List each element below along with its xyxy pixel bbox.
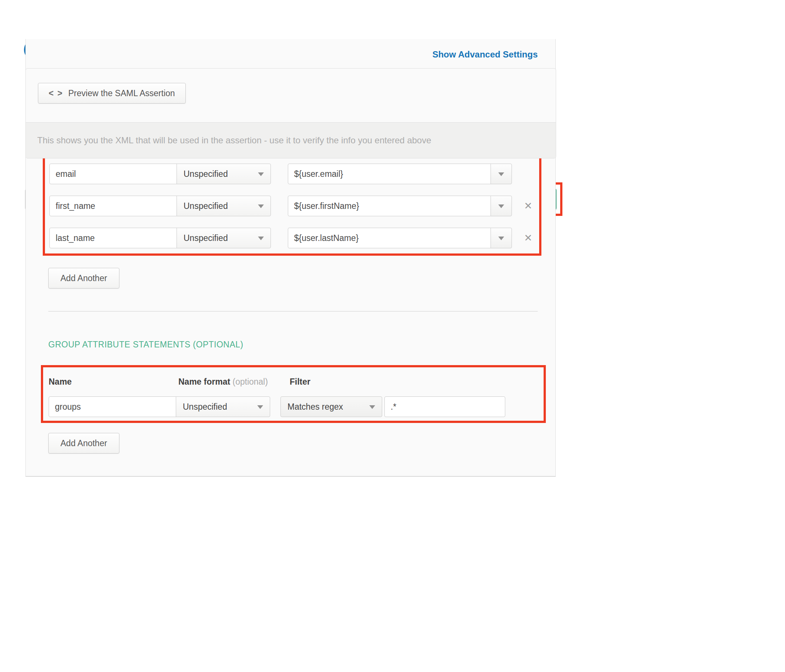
attribute-name-input[interactable] [49, 228, 177, 248]
group-attribute-statements-title: GROUP ATTRIBUTE STATEMENTS (OPTIONAL) [48, 340, 243, 350]
preview-assertion-footer-note: This shows you the XML that will be used… [26, 122, 556, 158]
preview-saml-assertion-label: Preview the SAML Assertion [68, 88, 175, 98]
attribute-value-input[interactable] [288, 228, 491, 248]
advanced-settings-row: Show Advanced Settings [26, 39, 555, 60]
attribute-value-input[interactable] [288, 164, 491, 184]
attribute-value-dropdown-button[interactable] [491, 228, 512, 248]
divider [48, 311, 538, 312]
chevron-down-icon [258, 236, 264, 240]
chevron-down-icon [498, 172, 504, 176]
group-attribute-row: Unspecified Matches regex [48, 397, 539, 417]
attribute-value-combo [288, 228, 512, 248]
add-another-group-attribute-button[interactable]: Add Another [48, 433, 119, 453]
name-format-select[interactable]: Unspecified [176, 397, 270, 417]
preview-assertion-panel-body: < >Preview the SAML Assertion [26, 69, 556, 122]
filter-operator-select[interactable]: Matches regex [280, 397, 382, 417]
preview-saml-assertion-button[interactable]: < >Preview the SAML Assertion [38, 83, 186, 103]
column-name-format-label: Name format (optional) [178, 377, 290, 387]
chevron-down-icon [258, 172, 264, 176]
attribute-name-input[interactable] [49, 164, 177, 184]
name-format-selected-value: Unspecified [177, 201, 228, 211]
optional-hint: (optional) [233, 377, 268, 386]
add-another-attribute-button[interactable]: Add Another [48, 268, 119, 289]
show-advanced-settings-link[interactable]: Show Advanced Settings [432, 49, 538, 59]
column-name-label: Name [48, 377, 178, 387]
chevron-down-icon [498, 236, 504, 240]
attribute-value-dropdown-button[interactable] [491, 164, 512, 184]
filter-value-input[interactable] [385, 397, 505, 417]
code-icon: < > [48, 88, 63, 98]
name-format-select[interactable]: Unspecified [177, 228, 271, 248]
group-name-input[interactable] [48, 397, 176, 417]
attribute-row-first-name: Unspecified ✕ [49, 195, 535, 216]
chevron-down-icon [257, 405, 263, 409]
name-format-selected-value: Unspecified [177, 169, 228, 179]
remove-row-button[interactable]: ✕ [521, 199, 535, 213]
chevron-down-icon [369, 405, 375, 409]
attribute-value-dropdown-button[interactable] [491, 195, 512, 216]
annotation-box-group-attribute-statements: Name Name format (optional) Filter Unspe… [41, 365, 546, 423]
group-column-headers: Name Name format (optional) Filter [48, 377, 539, 387]
column-filter-label: Filter [290, 377, 310, 387]
attribute-row-last-name: Unspecified ✕ [49, 228, 535, 248]
page: Show Advanced Settings ATTRIBUTE STATEME… [0, 39, 785, 672]
attribute-value-input[interactable] [288, 195, 491, 216]
group-attribute-statements-header: GROUP ATTRIBUTE STATEMENTS (OPTIONAL) [48, 340, 534, 350]
chevron-down-icon [498, 205, 504, 208]
name-format-selected-value: Unspecified [176, 402, 227, 412]
attribute-row-email: Unspecified [49, 164, 535, 184]
remove-row-button[interactable]: ✕ [521, 231, 535, 245]
filter-operator-selected-value: Matches regex [281, 402, 343, 412]
chevron-down-icon [258, 205, 264, 208]
name-format-select[interactable]: Unspecified [177, 195, 271, 216]
name-format-select[interactable]: Unspecified [177, 164, 271, 184]
attribute-value-combo [288, 164, 512, 184]
name-format-selected-value: Unspecified [177, 233, 228, 243]
preview-assertion-panel: < >Preview the SAML Assertion This shows… [25, 68, 556, 158]
attribute-name-input[interactable] [49, 195, 177, 216]
attribute-value-combo [288, 195, 512, 216]
